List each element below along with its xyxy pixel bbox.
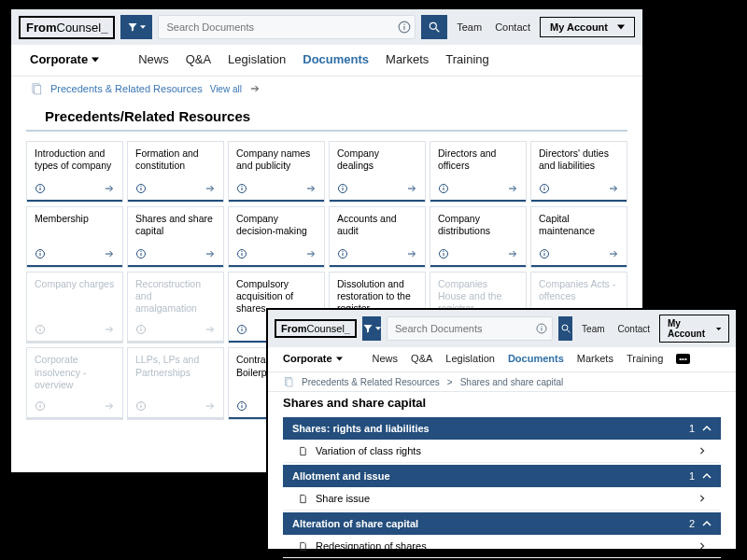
info-icon[interactable] bbox=[337, 183, 348, 194]
info-icon[interactable] bbox=[135, 400, 147, 412]
corporate-dropdown[interactable]: Corporate bbox=[30, 52, 99, 66]
arrow-right-icon[interactable] bbox=[406, 183, 417, 194]
info-icon[interactable] bbox=[35, 324, 46, 335]
brand-logo[interactable]: FromCounsel_ bbox=[19, 16, 115, 39]
corporate-dropdown[interactable]: Corporate bbox=[283, 353, 343, 364]
search-input[interactable] bbox=[388, 323, 531, 334]
accordion-header[interactable]: Shares: rights and liabilities1 bbox=[283, 417, 721, 440]
arrow-right-icon[interactable] bbox=[204, 400, 216, 412]
accordion-count: 1 bbox=[689, 423, 695, 434]
breadcrumb-root[interactable]: Precedents & Related Resources bbox=[50, 83, 203, 94]
contact-link[interactable]: Contact bbox=[491, 21, 534, 33]
resource-card[interactable]: LLPs, LPs and Partnerships bbox=[127, 347, 224, 419]
info-icon[interactable] bbox=[35, 183, 46, 194]
info-icon[interactable] bbox=[337, 248, 348, 259]
accordion-header[interactable]: Alteration of share capital2 bbox=[283, 512, 721, 535]
info-icon[interactable] bbox=[236, 248, 247, 259]
arrow-right-icon[interactable] bbox=[104, 324, 115, 335]
info-icon[interactable] bbox=[135, 248, 147, 259]
nav-news[interactable]: News bbox=[138, 52, 169, 66]
search-button[interactable] bbox=[421, 15, 447, 39]
arrow-right-icon[interactable] bbox=[507, 248, 518, 259]
info-icon[interactable] bbox=[135, 324, 147, 335]
resource-card[interactable]: Membership bbox=[26, 206, 123, 268]
info-icon[interactable] bbox=[394, 21, 415, 34]
search-input[interactable] bbox=[159, 21, 394, 33]
info-icon[interactable] bbox=[539, 248, 550, 259]
arrow-right-icon[interactable] bbox=[104, 400, 115, 412]
chevron-up-icon bbox=[702, 471, 712, 481]
resource-card[interactable]: Capital maintenance bbox=[530, 206, 627, 268]
nav-markets[interactable]: Markets bbox=[386, 52, 429, 66]
arrow-right-icon[interactable] bbox=[406, 248, 417, 259]
filter-button[interactable] bbox=[120, 15, 152, 39]
filter-button[interactable] bbox=[362, 316, 381, 341]
svg-rect-65 bbox=[141, 405, 142, 408]
accordion-item[interactable]: Redesignation of shares bbox=[283, 535, 721, 558]
resource-card[interactable]: Reconstruction and amalgamation bbox=[127, 272, 224, 343]
info-icon[interactable] bbox=[539, 183, 550, 194]
arrow-right-icon[interactable] bbox=[608, 248, 619, 259]
nav-news[interactable]: News bbox=[373, 353, 399, 364]
resource-card[interactable]: Company charges bbox=[26, 272, 123, 343]
search-button[interactable] bbox=[558, 316, 572, 341]
account-dropdown[interactable]: My Account bbox=[540, 17, 635, 37]
info-icon[interactable] bbox=[438, 183, 449, 194]
nav-markets[interactable]: Markets bbox=[577, 353, 613, 364]
accordion-item[interactable]: Variation of class rights bbox=[283, 440, 721, 463]
nav-legislation[interactable]: Legislation bbox=[445, 353, 495, 364]
info-icon[interactable] bbox=[236, 324, 247, 335]
arrow-right-icon[interactable] bbox=[305, 248, 317, 259]
arrow-right-icon[interactable] bbox=[507, 183, 518, 194]
arrow-right-icon[interactable] bbox=[608, 183, 619, 194]
brand-logo[interactable]: FromCounsel_ bbox=[275, 319, 357, 338]
arrow-right-icon[interactable] bbox=[204, 324, 216, 335]
svg-rect-50 bbox=[242, 329, 243, 331]
account-dropdown[interactable]: My Account bbox=[659, 315, 729, 343]
resource-card[interactable]: Company distributions bbox=[430, 206, 527, 268]
team-link[interactable]: Team bbox=[578, 324, 608, 334]
resource-card[interactable]: Accounts and audit bbox=[329, 206, 426, 268]
account-label: My Account bbox=[550, 21, 608, 33]
arrow-right-icon[interactable] bbox=[305, 183, 317, 194]
info-icon[interactable] bbox=[35, 248, 46, 259]
nav-documents[interactable]: Documents bbox=[508, 353, 564, 364]
info-icon[interactable] bbox=[438, 248, 449, 259]
arrow-right-icon[interactable] bbox=[204, 183, 216, 194]
accordion-item[interactable]: Share issue bbox=[283, 487, 721, 511]
info-icon[interactable] bbox=[236, 400, 247, 412]
section-title: Precedents/Related Resources bbox=[26, 101, 627, 132]
info-icon[interactable] bbox=[135, 183, 147, 194]
resource-card[interactable]: Corporate insolvency - overview bbox=[26, 347, 123, 419]
info-icon[interactable] bbox=[35, 400, 46, 412]
arrow-right-icon[interactable] bbox=[104, 183, 115, 194]
document-icon bbox=[298, 446, 308, 456]
nav-documents[interactable]: Documents bbox=[303, 52, 369, 66]
view-all-link[interactable]: View all bbox=[210, 84, 242, 94]
resource-card[interactable]: Directors and officers bbox=[430, 141, 527, 203]
svg-rect-11 bbox=[141, 188, 142, 190]
resource-card[interactable]: Shares and share capital bbox=[127, 206, 224, 268]
arrow-right-icon[interactable] bbox=[104, 248, 115, 259]
resource-card[interactable]: Company dealings bbox=[329, 141, 426, 203]
nav-legislation[interactable]: Legislation bbox=[228, 52, 286, 66]
info-icon[interactable] bbox=[236, 183, 247, 194]
arrow-right-icon[interactable] bbox=[204, 248, 216, 259]
resource-card[interactable]: Introduction and types of company bbox=[26, 141, 123, 203]
resource-card[interactable]: Company names and publicity bbox=[228, 141, 325, 203]
svg-rect-89 bbox=[541, 328, 542, 331]
info-icon[interactable] bbox=[531, 323, 552, 334]
svg-point-3 bbox=[430, 22, 437, 29]
nav-training[interactable]: Training bbox=[627, 353, 663, 364]
nav-qa[interactable]: Q&A bbox=[186, 52, 211, 66]
resource-card[interactable]: Company decision-making bbox=[228, 206, 325, 268]
resource-card[interactable]: Formation and constitution bbox=[127, 141, 224, 203]
nav-training[interactable]: Training bbox=[445, 52, 488, 66]
resource-card[interactable]: Directors' duties and liabilities bbox=[530, 141, 627, 203]
nav-qa[interactable]: Q&A bbox=[411, 353, 432, 364]
accordion-header[interactable]: Allotment and issue1 bbox=[283, 465, 721, 487]
contact-link[interactable]: Contact bbox=[614, 324, 654, 334]
accordion-header-label: Allotment and issue bbox=[292, 470, 390, 482]
breadcrumb-root[interactable]: Precedents & Related Resources bbox=[302, 377, 440, 387]
team-link[interactable]: Team bbox=[453, 21, 486, 33]
